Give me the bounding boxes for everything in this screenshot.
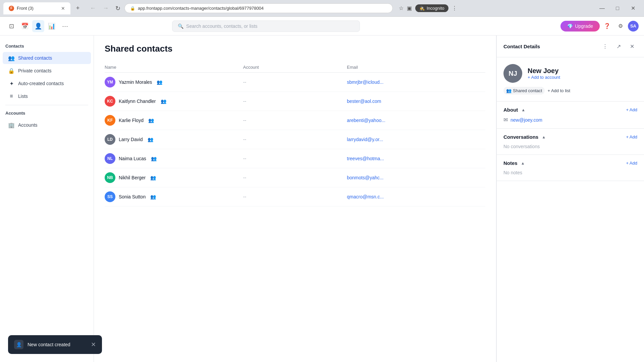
shared-icon: 👥 xyxy=(148,118,154,123)
contacts-icon[interactable]: 👤 xyxy=(32,20,44,32)
contact-name: Naima Lucas xyxy=(119,156,146,161)
contact-big-avatar: NJ xyxy=(503,64,522,83)
incognito-icon: 🕵 xyxy=(419,6,425,11)
sidebar-item-lists[interactable]: ≡ Lists xyxy=(3,90,91,102)
reader-icon[interactable]: ▣ xyxy=(407,5,412,11)
email-cell: larrydavid@y.or... xyxy=(347,137,485,142)
contact-name-cell: NB Nikhil Berger 👥 xyxy=(105,172,243,183)
account-cell: -- xyxy=(243,118,347,123)
contacts-panel: Shared contacts Name Account Email YM Ya… xyxy=(94,36,496,362)
toast-notification: 👤 New contact created ✕ xyxy=(8,335,102,354)
details-panel-title: Contact Details xyxy=(503,44,540,49)
contact-name: Sonia Sutton xyxy=(119,194,146,199)
details-actions: ⋮ ↗ ✕ xyxy=(600,41,637,52)
contact-name: Larry David xyxy=(119,137,143,142)
contact-avatar: LD xyxy=(105,134,115,145)
new-tab-button[interactable]: + xyxy=(73,4,83,13)
table-header: Name Account Email xyxy=(105,62,485,73)
table-row[interactable]: LD Larry David 👥 -- larrydavid@y.or... xyxy=(105,130,485,149)
accounts-label: Accounts xyxy=(18,122,38,128)
sidebar-item-shared-contacts[interactable]: 👥 Shared contacts xyxy=(3,52,91,64)
auto-created-icon: ✦ xyxy=(8,80,15,87)
close-details-button[interactable]: ✕ xyxy=(627,41,637,52)
tab-close-button[interactable]: ✕ xyxy=(61,6,65,11)
toast-icon: 👤 xyxy=(14,340,23,349)
star-icon[interactable]: ☆ xyxy=(399,5,404,11)
email-icon: ✉ xyxy=(503,117,508,123)
shared-contact-icon: 👥 xyxy=(506,88,512,93)
conversations-collapse-icon[interactable]: ▲ xyxy=(542,135,546,139)
open-external-button[interactable]: ↗ xyxy=(613,41,624,52)
notes-add-button[interactable]: + Add xyxy=(626,161,637,166)
conversations-section-title: Conversations ▲ xyxy=(503,134,546,140)
toast-message: New contact created xyxy=(28,342,70,347)
table-row[interactable]: SS Sonia Sutton 👥 -- qmacro@msn.c... xyxy=(105,187,485,206)
email-cell: sbmrjbr@icloud... xyxy=(347,79,485,85)
contacts-section-title: Contacts xyxy=(0,41,94,51)
shared-contact-tag[interactable]: 👥 Shared contact xyxy=(503,87,545,95)
email-cell: arebenti@yahoo... xyxy=(347,118,485,123)
more-options-button[interactable]: ⋮ xyxy=(600,41,610,52)
table-row[interactable]: YM Yazmin Morales 👥 -- sbmrjbr@icloud... xyxy=(105,73,485,92)
sidebar: Contacts 👥 Shared contacts 🔒 Private con… xyxy=(0,36,94,362)
about-collapse-icon[interactable]: ▲ xyxy=(521,108,525,112)
email-value: new@joey.com xyxy=(511,117,542,123)
calendar-icon[interactable]: 📅 xyxy=(19,20,31,32)
column-account: Account xyxy=(243,65,347,70)
maximize-button[interactable]: □ xyxy=(610,2,625,14)
add-to-account-button[interactable]: + Add to account xyxy=(528,75,560,80)
about-add-button[interactable]: + Add xyxy=(626,107,637,112)
more-icon[interactable]: ⋯ xyxy=(59,20,71,32)
account-cell: -- xyxy=(243,99,347,104)
analytics-icon[interactable]: 📊 xyxy=(46,20,58,32)
browser-tab[interactable]: F Front (3) ✕ xyxy=(3,2,70,14)
upgrade-button[interactable]: 💎 Upgrade xyxy=(560,21,600,32)
add-to-list-button[interactable]: + Add to list xyxy=(547,87,570,95)
settings-button[interactable]: ⚙ xyxy=(614,20,627,32)
contact-name-cell: NL Naima Lucas 👥 xyxy=(105,153,243,164)
table-row[interactable]: KF Karlie Floyd 👥 -- arebenti@yahoo... xyxy=(105,111,485,130)
forward-button[interactable]: → xyxy=(101,3,110,13)
account-cell: -- xyxy=(243,79,347,85)
menu-dots-icon[interactable]: ⋮ xyxy=(452,5,457,11)
sidebar-item-auto-created[interactable]: ✦ Auto-created contacts xyxy=(3,77,91,89)
search-bar[interactable]: 🔍 Search accounts, contacts, or lists xyxy=(172,20,360,32)
back-button[interactable]: ← xyxy=(89,3,97,13)
tab-favicon: F xyxy=(9,6,14,11)
browser-controls: ← → ↻ xyxy=(89,3,122,13)
shared-icon: 👥 xyxy=(148,137,153,142)
user-avatar[interactable]: SA xyxy=(628,21,639,32)
search-icon: 🔍 xyxy=(178,23,183,29)
table-row[interactable]: KC Kaitlynn Chandler 👥 -- bester@aol.com xyxy=(105,92,485,111)
reload-button[interactable]: ↻ xyxy=(114,3,122,13)
contacts-header: Shared contacts xyxy=(105,44,485,54)
incognito-button[interactable]: 🕵 Incognito xyxy=(415,4,448,12)
add-to-list-label: + Add to list xyxy=(547,88,570,93)
table-row[interactable]: NL Naima Lucas 👥 -- treeves@hotma... xyxy=(105,149,485,168)
notes-collapse-icon[interactable]: ▲ xyxy=(521,161,525,166)
help-button[interactable]: ❓ xyxy=(601,20,613,32)
table-body: YM Yazmin Morales 👥 -- sbmrjbr@icloud...… xyxy=(105,73,485,206)
table-row[interactable]: NB Nikhil Berger 👥 -- bonmots@yahc... xyxy=(105,168,485,187)
address-bar[interactable]: 🔒 app.frontapp.com/contacts-manager/cont… xyxy=(124,3,393,13)
window-controls: ― □ ✕ xyxy=(594,2,641,14)
sidebar-item-private-contacts[interactable]: 🔒 Private contacts xyxy=(3,65,91,77)
close-button[interactable]: ✕ xyxy=(625,2,641,14)
contact-info-header: NJ New Joey + Add to account xyxy=(503,64,637,83)
sidebar-item-accounts[interactable]: 🏢 Accounts xyxy=(3,119,91,131)
contact-avatar: KF xyxy=(105,115,115,126)
browser-actions: ☆ ▣ 🕵 Incognito ⋮ xyxy=(399,4,457,12)
conversations-add-button[interactable]: + Add xyxy=(626,134,637,139)
app-toolbar: ⊡ 📅 👤 📊 ⋯ 🔍 Search accounts, contacts, o… xyxy=(0,17,644,36)
main-layout: Contacts 👥 Shared contacts 🔒 Private con… xyxy=(0,36,644,362)
contacts-table: Name Account Email YM Yazmin Morales 👥 -… xyxy=(105,62,485,206)
email-entry: ✉ new@joey.com xyxy=(503,117,637,123)
inbox-icon[interactable]: ⊡ xyxy=(5,20,17,32)
minimize-button[interactable]: ― xyxy=(594,2,610,14)
account-cell: -- xyxy=(243,194,347,199)
private-contacts-icon: 🔒 xyxy=(8,67,15,74)
contact-name: Kaitlynn Chandler xyxy=(119,99,156,104)
notes-section: Notes ▲ + Add No notes xyxy=(497,155,644,181)
shared-contacts-label: Shared contacts xyxy=(18,55,52,61)
toast-close-button[interactable]: ✕ xyxy=(91,341,96,348)
